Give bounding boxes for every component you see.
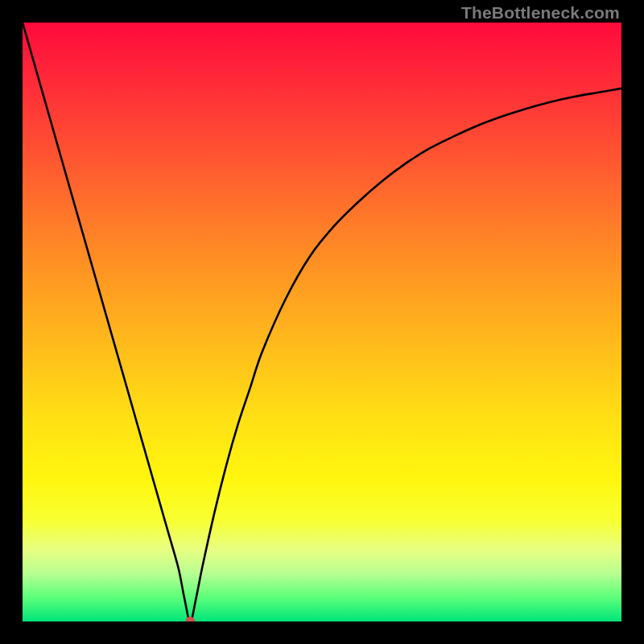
curve-line [23,23,621,621]
minimum-marker [185,617,195,621]
chart-svg [23,23,621,621]
watermark-text: TheBottleneck.com [461,3,620,23]
plot-area [23,23,621,621]
chart-frame: TheBottleneck.com [0,0,644,644]
